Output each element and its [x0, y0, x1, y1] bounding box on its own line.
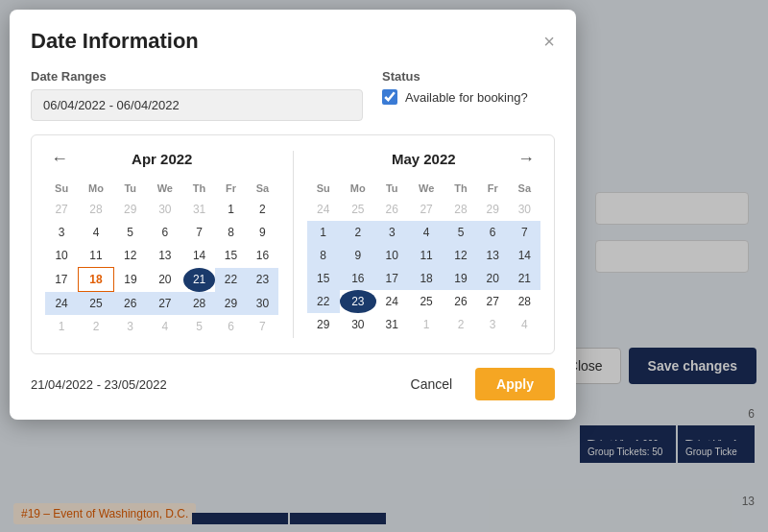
calendar-left-day[interactable]: 17 — [45, 268, 78, 292]
calendar-left-day[interactable]: 4 — [78, 221, 114, 244]
calendar-right-day[interactable]: 3 — [477, 313, 509, 336]
calendar-left-day[interactable]: 3 — [45, 221, 78, 244]
calendar-left-day[interactable]: 9 — [247, 221, 278, 244]
calendar-right-day[interactable]: 29 — [307, 313, 340, 336]
calendar-right-day[interactable]: 1 — [408, 313, 445, 336]
calendar-left-day[interactable]: 30 — [147, 198, 183, 221]
modal-close-button[interactable]: × — [543, 32, 555, 51]
calendar-right-day[interactable]: 2 — [444, 313, 476, 336]
calendar-left-day[interactable]: 11 — [78, 244, 114, 268]
calendar-right-day[interactable]: 20 — [477, 267, 509, 290]
calendar-right-day[interactable]: 24 — [307, 198, 340, 221]
calendar-right-day[interactable]: 25 — [340, 198, 376, 221]
calendar-right-day[interactable]: 30 — [509, 198, 540, 221]
calendar-right-day[interactable]: 9 — [340, 244, 376, 267]
modal-title: Date Information — [31, 29, 199, 54]
calendar-left-day[interactable]: 20 — [147, 268, 183, 292]
calendar-right-day[interactable]: 22 — [307, 290, 340, 313]
modal-header: Date Information × — [31, 29, 555, 54]
calendar-right-day[interactable]: 8 — [307, 244, 340, 267]
calendar-right-day[interactable]: 11 — [408, 244, 445, 267]
calendar-right-day[interactable]: 1 — [307, 221, 340, 244]
next-month-button[interactable]: → — [512, 147, 540, 171]
calendar-left-day[interactable]: 22 — [215, 268, 247, 292]
calendar-right-day[interactable]: 24 — [376, 290, 408, 313]
calendar-right-day[interactable]: 28 — [509, 290, 540, 313]
calendar-left-day[interactable]: 27 — [147, 292, 183, 316]
calendar-right-day[interactable]: 13 — [477, 244, 509, 267]
available-booking-checkbox[interactable] — [382, 89, 397, 105]
calendar-right-day[interactable]: 15 — [307, 267, 340, 290]
calendar-left-day[interactable]: 7 — [247, 315, 278, 338]
calendar-right-day[interactable]: 12 — [444, 244, 476, 267]
calendar-right-day[interactable]: 6 — [477, 221, 509, 244]
calendar-right-day[interactable]: 27 — [408, 198, 445, 221]
calendar-left-day[interactable]: 24 — [45, 292, 78, 316]
calendar-left-day[interactable]: 1 — [215, 198, 247, 221]
calendar-left-day[interactable]: 8 — [215, 221, 247, 244]
modal: Date Information × Date Ranges 06/04/202… — [10, 10, 576, 420]
calendar-left-day[interactable]: 29 — [215, 292, 247, 316]
calendar-left-day[interactable]: 10 — [45, 244, 78, 268]
calendar-left-day[interactable]: 6 — [147, 221, 183, 244]
calendar-right-day[interactable]: 10 — [376, 244, 408, 267]
cancel-button[interactable]: Cancel — [397, 369, 467, 399]
calendar-left-day[interactable]: 7 — [183, 221, 215, 244]
calendar-left-day[interactable]: 21 — [183, 268, 215, 292]
calendar-left-day[interactable]: 6 — [215, 315, 247, 338]
calendar-left-day[interactable]: 26 — [114, 292, 147, 316]
col-tu-left: Tu — [114, 179, 147, 198]
calendar-right-day[interactable]: 4 — [509, 313, 540, 336]
calendar-right-day[interactable]: 14 — [509, 244, 540, 267]
calendar-left-day[interactable]: 28 — [183, 292, 215, 316]
calendar-right-day[interactable]: 7 — [509, 221, 540, 244]
calendar-right-day[interactable]: 29 — [477, 198, 509, 221]
calendar-left-day[interactable]: 14 — [183, 244, 215, 268]
calendar-left-day[interactable]: 2 — [78, 315, 114, 338]
apply-button[interactable]: Apply — [475, 368, 555, 400]
calendar-left-day[interactable]: 28 — [78, 198, 114, 221]
calendar-right-day[interactable]: 30 — [340, 313, 376, 336]
calendar-left-day[interactable]: 29 — [114, 198, 147, 221]
calendar-left-day[interactable]: 27 — [45, 198, 78, 221]
calendar-right-day[interactable]: 31 — [376, 313, 408, 336]
calendar-left-day[interactable]: 15 — [215, 244, 247, 268]
col-th-right: Th — [444, 179, 476, 198]
calendar-left-day[interactable]: 13 — [147, 244, 183, 268]
col-we-right: We — [408, 179, 445, 198]
calendar-right-month: May 2022 — [392, 151, 456, 167]
calendar-right-day[interactable]: 23 — [340, 290, 376, 313]
calendar-right-day[interactable]: 21 — [509, 267, 540, 290]
calendar-left-day[interactable]: 25 — [78, 292, 114, 316]
calendar-right-day[interactable]: 17 — [376, 267, 408, 290]
calendar-right-day[interactable]: 5 — [444, 221, 476, 244]
calendar-left-day[interactable]: 2 — [247, 198, 278, 221]
calendar-left-day[interactable]: 18 — [78, 268, 114, 292]
calendar-right-day[interactable]: 4 — [408, 221, 445, 244]
calendar-right-day[interactable]: 28 — [444, 198, 476, 221]
calendar-left-day[interactable]: 3 — [114, 315, 147, 338]
calendar-right-day[interactable]: 25 — [408, 290, 445, 313]
calendar-right-day[interactable]: 18 — [408, 267, 445, 290]
calendar-right-day[interactable]: 26 — [376, 198, 408, 221]
calendar-left-day[interactable]: 12 — [114, 244, 147, 268]
calendar-left-day[interactable]: 23 — [247, 268, 278, 292]
calendar-right-day[interactable]: 26 — [444, 290, 476, 313]
calendar-right-day[interactable]: 2 — [340, 221, 376, 244]
prev-month-button[interactable]: ← — [45, 147, 74, 171]
calendar-right-day[interactable]: 16 — [340, 267, 376, 290]
calendar-left-day[interactable]: 16 — [247, 244, 278, 268]
calendar-left-day[interactable]: 1 — [45, 315, 78, 338]
calendar-left-day[interactable]: 19 — [114, 268, 147, 292]
calendar-right-day[interactable]: 19 — [444, 267, 476, 290]
calendar-left-day[interactable]: 4 — [147, 315, 183, 338]
status-label: Status — [382, 69, 555, 84]
calendar-left-day[interactable]: 5 — [114, 221, 147, 244]
calendar-right-day[interactable]: 27 — [477, 290, 509, 313]
calendar-right-day[interactable]: 3 — [376, 221, 408, 244]
calendar-left-day[interactable]: 30 — [247, 292, 278, 316]
calendar-left-day[interactable]: 31 — [183, 198, 215, 221]
calendar-right-table: Su Mo Tu We Th Fr Sa 2425262728293012345… — [307, 179, 541, 336]
calendar-left-day[interactable]: 5 — [183, 315, 215, 338]
calendar-right-header: May 2022 → — [307, 151, 541, 167]
